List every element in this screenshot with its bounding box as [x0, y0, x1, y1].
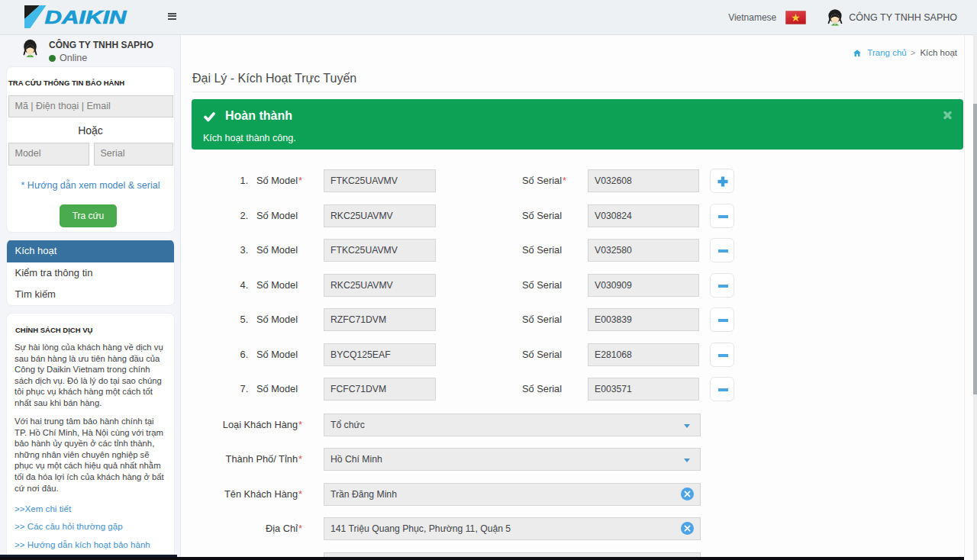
svg-text:DAIKIN: DAIKIN — [45, 7, 127, 27]
